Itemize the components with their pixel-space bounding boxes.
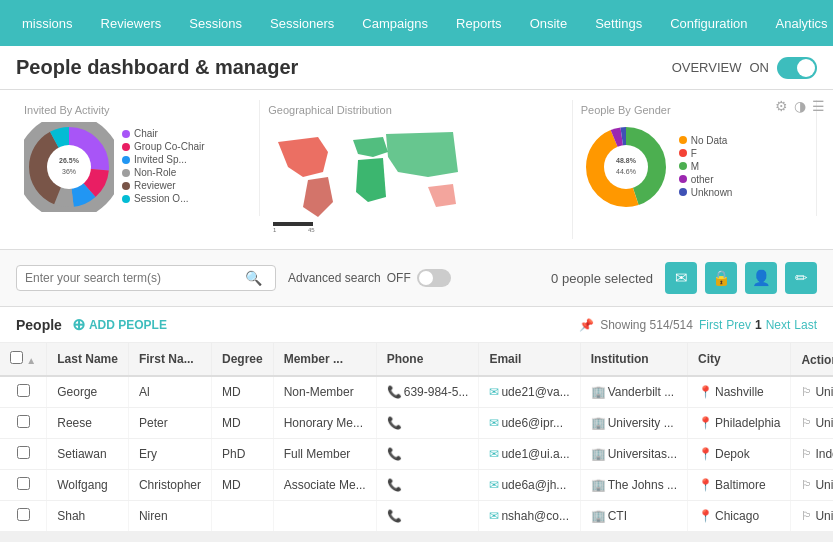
search-input[interactable] <box>25 271 245 285</box>
sort-icon: ▲ <box>26 355 36 366</box>
row-checkbox[interactable] <box>17 508 30 521</box>
chart-gender: People By Gender 48.8% 44.6% No Data F M <box>573 100 817 216</box>
row-checkbox-cell[interactable] <box>0 501 47 532</box>
cell-phone: 📞 <box>376 470 479 501</box>
svg-text:48.8%: 48.8% <box>616 157 637 164</box>
nav-campaigns[interactable]: Campaigns <box>348 0 442 46</box>
nav-reports[interactable]: Reports <box>442 0 516 46</box>
toggle-thumb <box>797 59 815 77</box>
col-institution[interactable]: Institution <box>580 343 687 376</box>
lock-action-icon[interactable]: 🔒 <box>705 262 737 294</box>
table-row: Shah Niren 📞 ✉nshah@co... 🏢CTI 📍Chicago … <box>0 501 833 532</box>
col-member[interactable]: Member ... <box>273 343 376 376</box>
nav-sessions[interactable]: Sessions <box>175 0 256 46</box>
chart-invited-activity: Invited By Activity 26.5% <box>16 100 260 216</box>
svg-text:45: 45 <box>308 227 315 232</box>
row-checkbox-cell[interactable] <box>0 408 47 439</box>
cell-degree <box>211 501 273 532</box>
chart-geo: Geographical Distribution 1 45 <box>260 100 572 239</box>
chart2-title: Geographical Distribution <box>268 104 563 116</box>
cell-first-name: Al <box>128 376 211 408</box>
svg-point-17 <box>604 145 648 189</box>
col-degree[interactable]: Degree <box>211 343 273 376</box>
person-action-icon[interactable]: 👤 <box>745 262 777 294</box>
cell-member <box>273 501 376 532</box>
world-map: 1 45 <box>268 122 468 232</box>
nav-analytics[interactable]: Analytics <box>762 0 833 46</box>
prev-page-link[interactable]: Prev <box>726 318 751 332</box>
cell-member: Non-Member <box>273 376 376 408</box>
svg-point-7 <box>47 145 91 189</box>
cell-institution: 🏢Vanderbilt ... <box>580 376 687 408</box>
nav-configuration[interactable]: Configuration <box>656 0 761 46</box>
select-all-header[interactable]: ▲ <box>0 343 47 376</box>
pagination: First Prev 1 Next Last <box>699 318 817 332</box>
chart1-title: Invited By Activity <box>24 104 251 116</box>
nav-missions[interactable]: missions <box>8 0 87 46</box>
search-icon[interactable]: 🔍 <box>245 270 262 286</box>
svg-text:44.6%: 44.6% <box>616 168 636 175</box>
row-checkbox[interactable] <box>17 384 30 397</box>
overview-label: OVERVIEW <box>672 60 742 75</box>
table-row: Wolfgang Christopher MD Associate Me... … <box>0 470 833 501</box>
table-header-row: ▲ Last Name First Na... Degree Member ..… <box>0 343 833 376</box>
select-all-checkbox[interactable] <box>10 351 23 364</box>
pie-chart-3: 48.8% 44.6% <box>581 122 671 212</box>
cell-email: ✉ude6@ipr... <box>479 408 580 439</box>
showing-label: Showing 514/514 <box>600 318 693 332</box>
table-row: Setiawan Ery PhD Full Member 📞 ✉ude1@ui.… <box>0 439 833 470</box>
cell-country: 🏳United Sta <box>791 408 833 439</box>
col-last-name[interactable]: Last Name <box>47 343 129 376</box>
people-label: People <box>16 317 62 333</box>
pie-chart-1: 26.5% 36% <box>24 122 114 212</box>
col-city[interactable]: City <box>688 343 791 376</box>
svg-rect-10 <box>273 222 313 226</box>
email-action-icon[interactable]: ✉ <box>665 262 697 294</box>
row-checkbox[interactable] <box>17 415 30 428</box>
cell-email: ✉ude21@va... <box>479 376 580 408</box>
showing-info: 📌 Showing 514/514 First Prev 1 Next Last <box>579 318 817 332</box>
row-checkbox[interactable] <box>17 477 30 490</box>
col-first-name[interactable]: First Na... <box>128 343 211 376</box>
col-actions: Actions ⚙ <box>791 343 833 376</box>
cell-email: ✉ude6a@jh... <box>479 470 580 501</box>
overview-switch[interactable] <box>777 57 817 79</box>
edit-action-icon[interactable]: ✏ <box>785 262 817 294</box>
first-page-link[interactable]: First <box>699 318 722 332</box>
table-body: George Al MD Non-Member 📞639-984-5... ✉u… <box>0 376 833 532</box>
cell-member: Full Member <box>273 439 376 470</box>
nav-onsite[interactable]: Onsite <box>516 0 582 46</box>
search-bar: 🔍 Advanced search OFF 0 people selected … <box>0 250 833 307</box>
next-page-link[interactable]: Next <box>766 318 791 332</box>
cell-last-name: Reese <box>47 408 129 439</box>
add-people-label: ADD PEOPLE <box>89 318 167 332</box>
last-page-link[interactable]: Last <box>794 318 817 332</box>
col-email[interactable]: Email <box>479 343 580 376</box>
cell-last-name: George <box>47 376 129 408</box>
cell-last-name: Shah <box>47 501 129 532</box>
people-header: People ⊕ ADD PEOPLE 📌 Showing 514/514 Fi… <box>0 307 833 343</box>
top-nav: missions Reviewers Sessions Sessioners C… <box>0 0 833 46</box>
row-checkbox[interactable] <box>17 446 30 459</box>
row-checkbox-cell[interactable] <box>0 439 47 470</box>
advanced-search-toggle[interactable] <box>417 269 451 287</box>
nav-reviewers[interactable]: Reviewers <box>87 0 176 46</box>
cell-country: 🏳United Sta <box>791 376 833 408</box>
row-checkbox-cell[interactable] <box>0 376 47 408</box>
list-icon[interactable]: ☰ <box>812 98 825 114</box>
row-checkbox-cell[interactable] <box>0 470 47 501</box>
gear-icon[interactable]: ⚙ <box>775 98 788 114</box>
page-header: People dashboard & manager OVERVIEW ON <box>0 46 833 90</box>
nav-settings[interactable]: Settings <box>581 0 656 46</box>
charts-area: Invited By Activity 26.5% <box>0 90 833 250</box>
nav-sessioners[interactable]: Sessioners <box>256 0 348 46</box>
cell-degree: PhD <box>211 439 273 470</box>
cell-country: 🏳United Sta <box>791 501 833 532</box>
add-people-button[interactable]: ⊕ ADD PEOPLE <box>72 315 167 334</box>
pie-icon[interactable]: ◑ <box>794 98 806 114</box>
cell-degree: MD <box>211 376 273 408</box>
cell-phone: 📞 <box>376 501 479 532</box>
svg-text:26.5%: 26.5% <box>59 157 80 164</box>
cell-degree: MD <box>211 470 273 501</box>
col-phone[interactable]: Phone <box>376 343 479 376</box>
